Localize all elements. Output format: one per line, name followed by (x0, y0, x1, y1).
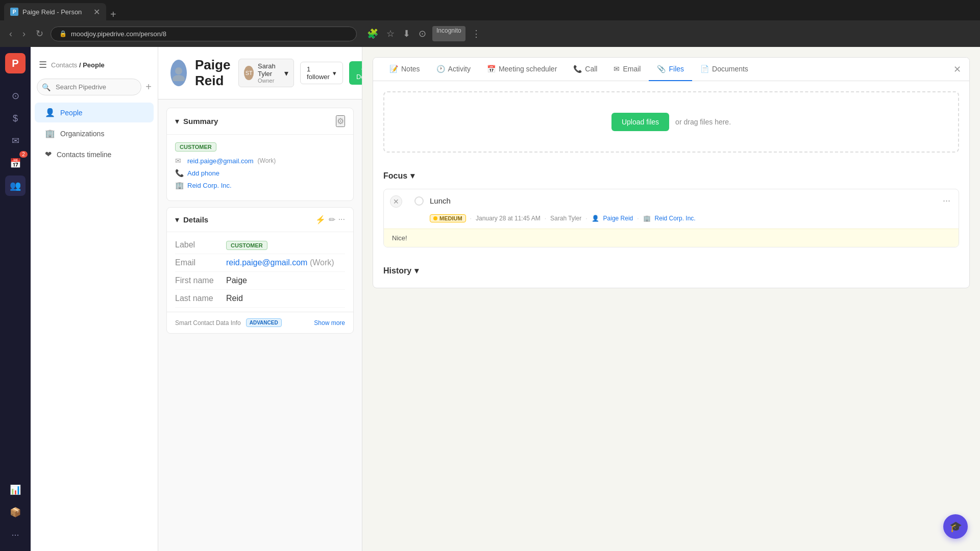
email-icon: ✉ (175, 157, 183, 165)
activity-note-text: Nice! (392, 234, 407, 242)
right-panel-inner: 📝 Notes 🕐 Activity 📅 Meeting scheduler 📞… (373, 57, 970, 288)
sidebar-item-analytics[interactable]: 📊 (5, 480, 26, 500)
add-deal-button[interactable]: + Deal (349, 61, 362, 85)
details-filter-button[interactable]: ⚡ (315, 215, 326, 224)
breadcrumb-contacts[interactable]: Contacts (51, 61, 77, 69)
notes-tab-label: Notes (401, 65, 420, 73)
priority-badge: MEDIUM (430, 214, 466, 222)
focus-header[interactable]: Focus ▾ (383, 171, 959, 181)
sidebar-item-deals[interactable]: $ (5, 108, 26, 129)
activity-card: ✕ Lunch ··· (383, 189, 959, 247)
sidebar-item-more[interactable]: ··· (5, 524, 26, 545)
details-lastname-value: Reid (226, 294, 345, 303)
sidebar-item-organizations-label: Organizations (60, 130, 104, 138)
bookmark-button[interactable]: ☆ (384, 26, 397, 41)
activity-more-button[interactable]: ··· (943, 195, 950, 206)
address-bar[interactable]: 🔒 moodjoy.pipedrive.com/person/8 (51, 27, 357, 41)
extensions-button[interactable]: 🧩 (365, 26, 380, 41)
focus-title: Focus (383, 171, 407, 181)
details-email-link[interactable]: reid.paige@gmail.com (226, 258, 307, 267)
email-link[interactable]: reid.paige@gmail.com (187, 157, 254, 165)
activity-card-header: Lunch ··· (406, 189, 959, 212)
details-edit-button[interactable]: ✏ (329, 215, 335, 224)
company-link[interactable]: Reid Corp. Inc. (187, 182, 232, 189)
hamburger-button[interactable]: ☰ (39, 59, 47, 70)
people-nav-icon: 👤 (45, 108, 55, 117)
details-title: Details (183, 215, 208, 224)
files-tab-label: Files (669, 65, 684, 73)
app-logo[interactable]: P (5, 53, 26, 73)
sidebar-item-calendar[interactable]: 📅 2 (5, 153, 26, 173)
person-header: Paige Reid ST Sarah Tyler Owner ▾ 1 foll… (158, 47, 362, 99)
owner-section[interactable]: ST Sarah Tyler Owner ▾ (238, 59, 294, 87)
sidebar-item-people-label: People (60, 109, 83, 117)
show-more-link[interactable]: Show more (314, 319, 345, 327)
email-tab-icon: ✉ (614, 65, 620, 73)
sidebar-item-activities[interactable]: ✉ (5, 131, 26, 151)
history-header[interactable]: History ▾ (383, 266, 959, 276)
calendar-badge: 2 (19, 151, 28, 158)
activity-tab-label: Activity (448, 65, 471, 73)
right-panel: 📝 Notes 🕐 Activity 📅 Meeting scheduler 📞… (362, 47, 980, 551)
browser-tab[interactable]: P Paige Reid - Person ✕ (4, 3, 106, 20)
owner-avatar: ST (244, 66, 254, 80)
tab-documents[interactable]: 📄 Documents (692, 58, 756, 81)
tab-meeting-scheduler[interactable]: 📅 Meeting scheduler (479, 58, 565, 81)
summary-body: CUSTOMER ✉ reid.paige@gmail.com (Work) 📞… (167, 135, 353, 201)
sidebar-item-products[interactable]: 📦 (5, 502, 26, 522)
follower-button[interactable]: 1 follower ▾ (300, 62, 343, 84)
details-section-header[interactable]: ▾ Details ⚡ ✏ ··· (167, 208, 353, 232)
sidebar-item-home[interactable]: ⊙ (5, 86, 26, 106)
sidebar-item-contacts-timeline[interactable]: ❤ Contacts timeline (35, 144, 154, 164)
customer-summary-badge: CUSTOMER (175, 142, 216, 152)
sidebar-item-organizations[interactable]: 🏢 Organizations (35, 123, 154, 143)
summary-settings-button[interactable]: ⚙ (336, 115, 345, 127)
contacts-timeline-nav-icon: ❤ (45, 149, 52, 159)
priority-dot (433, 216, 437, 220)
email-tab-label: Email (623, 65, 641, 73)
tab-close-button[interactable]: ✕ (93, 7, 100, 17)
activity-note: Nice! (384, 229, 959, 247)
summary-section-header[interactable]: ▾ Summary ⚙ (167, 108, 353, 135)
menu-button[interactable]: ⋮ (470, 26, 483, 41)
close-activity-button[interactable]: ✕ (390, 195, 402, 208)
person-panel: Paige Reid ST Sarah Tyler Owner ▾ 1 foll… (158, 47, 362, 551)
tab-notes[interactable]: 📝 Notes (381, 58, 428, 81)
activity-person-link[interactable]: Paige Reid (603, 215, 633, 222)
upload-files-button[interactable]: Upload files (611, 113, 669, 131)
svg-point-0 (175, 67, 182, 74)
tab-call[interactable]: 📞 Call (565, 58, 605, 81)
activity-company-link[interactable]: Reid Corp. Inc. (655, 215, 696, 222)
sidebar-item-contacts[interactable]: 👥 (5, 176, 26, 196)
owner-info: Sarah Tyler Owner (258, 62, 280, 84)
notes-tab-icon: 📝 (389, 65, 398, 73)
history-title: History (383, 266, 411, 276)
follower-label: 1 follower (307, 65, 330, 81)
meeting-tab-icon: 📅 (487, 65, 496, 73)
activity-title: Lunch (430, 196, 451, 205)
download-button[interactable]: ⬇ (401, 26, 412, 41)
profile-button[interactable]: ⊙ (416, 26, 428, 41)
reload-button[interactable]: ↻ (33, 26, 46, 41)
back-button[interactable]: ‹ (6, 27, 15, 41)
tab-activity[interactable]: 🕐 Activity (428, 58, 479, 81)
add-phone-link[interactable]: Add phone (187, 169, 219, 177)
summary-title: Summary (183, 117, 218, 126)
new-tab-button[interactable]: + (106, 9, 120, 20)
forward-button[interactable]: › (19, 27, 29, 41)
sidebar-search-input[interactable] (37, 79, 141, 95)
sidebar-add-button[interactable]: + (145, 81, 152, 93)
tabs-close-button[interactable]: ✕ (953, 64, 961, 75)
breadcrumb: Contacts / People (51, 61, 105, 69)
follower-dropdown-icon: ▾ (333, 69, 336, 77)
smart-contact-label: Smart Contact Data Info (175, 319, 241, 327)
tab-email[interactable]: ✉ Email (605, 58, 649, 81)
details-row-label: Label CUSTOMER (175, 236, 345, 254)
sidebar-item-people[interactable]: 👤 People (35, 103, 154, 122)
details-more-button[interactable]: ··· (338, 215, 345, 224)
activity-checkbox[interactable] (414, 196, 424, 206)
advanced-badge: ADVANCED (246, 318, 282, 327)
floating-help-button[interactable]: 🎓 (943, 514, 968, 539)
call-tab-icon: 📞 (573, 65, 582, 73)
tab-files[interactable]: 📎 Files (649, 58, 692, 81)
